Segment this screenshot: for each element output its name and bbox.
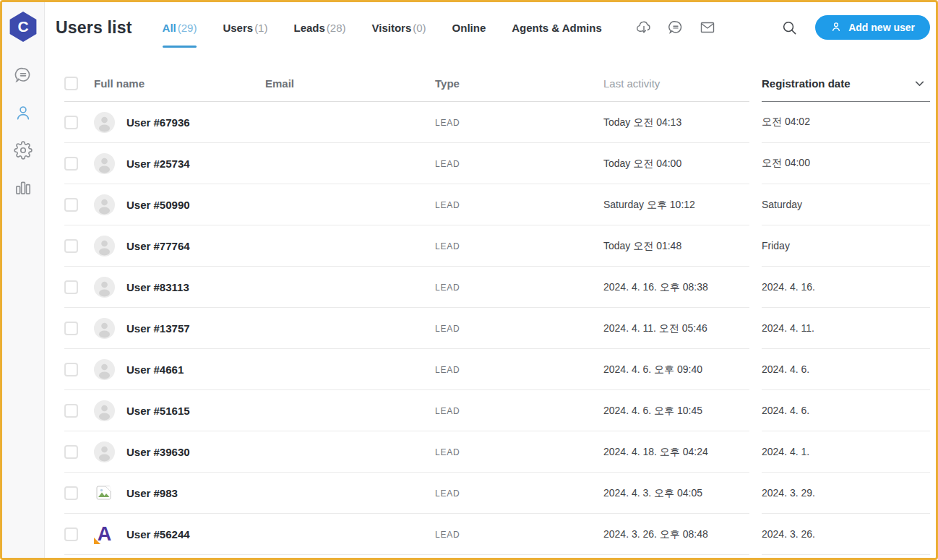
last-activity: Today 오전 01:48 <box>603 240 681 251</box>
tab-label: Visitors <box>372 22 412 34</box>
table-body: A User #67936 LEAD Today 오전 04:13 오전 04:… <box>64 102 930 555</box>
registration-date: 2024. 3. 26. <box>762 528 815 540</box>
row-checkbox[interactable] <box>64 116 78 129</box>
user-type: LEAD <box>435 159 460 169</box>
chat-bubble-icon <box>14 66 33 87</box>
last-activity: Saturday 오후 10:12 <box>603 199 695 210</box>
row-checkbox[interactable] <box>64 157 78 171</box>
letter-a-avatar: A <box>94 524 115 545</box>
sidebar-item-settings[interactable] <box>13 142 33 162</box>
last-activity: 2024. 3. 26. 오후 08:48 <box>603 528 708 540</box>
sidebar-nav <box>13 66 33 199</box>
avatar: A <box>94 524 115 545</box>
sidebar-item-users[interactable] <box>13 104 33 124</box>
table-row[interactable]: A User #51615 LEAD 2024. 4. 6. 오후 10:45 … <box>64 390 930 431</box>
select-all-checkbox[interactable] <box>64 77 78 90</box>
search-icon[interactable] <box>781 20 798 36</box>
table-row[interactable]: A User #983 LEAD 2024. 4. 3. 오후 04:05 20… <box>64 473 930 514</box>
user-type: LEAD <box>435 365 460 375</box>
user-name: User #77764 <box>126 240 190 252</box>
user-name: User #51615 <box>126 405 190 417</box>
tab[interactable]: All(29) <box>163 19 197 37</box>
chevron-down-icon[interactable] <box>913 77 926 90</box>
cloud-download-icon[interactable] <box>635 19 653 36</box>
column-header-email: Email <box>265 77 294 90</box>
tab-count: (1) <box>254 22 267 34</box>
tab-label: All <box>163 22 176 34</box>
avatar-placeholder-icon <box>94 441 115 462</box>
table-header: Full name Email Type Last activity Regis… <box>64 66 930 102</box>
tab-count: (0) <box>413 22 426 34</box>
add-user-person-icon <box>830 21 842 35</box>
app-logo[interactable]: C <box>9 12 38 42</box>
tab[interactable]: Users(1) <box>223 19 267 37</box>
column-header-registration-date[interactable]: Registration date <box>762 77 851 90</box>
avatar-placeholder-icon <box>94 277 115 298</box>
table-row[interactable]: A User #83113 LEAD 2024. 4. 16. 오후 08:38… <box>64 267 930 308</box>
registration-date: Saturday <box>762 199 802 210</box>
table-row[interactable]: A User #4661 LEAD 2024. 4. 6. 오후 09:40 2… <box>64 349 930 390</box>
user-name: User #13757 <box>126 322 190 335</box>
table-row[interactable]: A User #39630 LEAD 2024. 4. 18. 오후 04:24… <box>64 431 930 473</box>
broken-image-icon <box>94 483 115 504</box>
last-activity: 2024. 4. 11. 오전 05:46 <box>603 322 707 334</box>
registration-date: 2024. 4. 6. <box>762 363 809 375</box>
user-name: User #25734 <box>126 158 190 170</box>
avatar: A <box>94 194 115 215</box>
tab[interactable]: Agents & Admins <box>512 19 601 37</box>
avatar: A <box>94 153 115 174</box>
user-name: User #39630 <box>126 446 190 458</box>
tab-label: Leads <box>293 22 324 34</box>
tab[interactable]: Visitors(0) <box>372 19 426 37</box>
registration-date: 오전 04:00 <box>762 157 810 170</box>
user-name: User #4661 <box>126 363 184 376</box>
row-checkbox[interactable] <box>64 363 78 376</box>
user-type: LEAD <box>435 324 460 334</box>
last-activity: 2024. 4. 18. 오후 04:24 <box>603 446 708 457</box>
tab-label: Agents & Admins <box>512 22 601 34</box>
row-checkbox[interactable] <box>64 445 78 459</box>
avatar-placeholder-icon <box>94 194 115 215</box>
row-checkbox[interactable] <box>64 198 78 212</box>
add-new-user-button[interactable]: Add new user <box>815 15 930 40</box>
row-checkbox[interactable] <box>64 404 78 418</box>
user-type: LEAD <box>435 488 460 499</box>
avatar: A <box>94 441 115 462</box>
tab-count: (28) <box>327 22 346 34</box>
tab[interactable]: Online <box>452 19 486 37</box>
user-type: LEAD <box>435 241 460 251</box>
table-row[interactable]: A User #77764 LEAD Today 오전 01:48 Friday <box>64 225 930 267</box>
table-row[interactable]: A User #67936 LEAD Today 오전 04:13 오전 04:… <box>64 102 930 143</box>
avatar: A <box>94 318 115 339</box>
chat-bubble-icon[interactable] <box>667 19 684 36</box>
user-name: User #56244 <box>126 528 190 540</box>
user-icon <box>14 103 33 125</box>
page-title: Users list <box>56 18 132 38</box>
table-row[interactable]: A User #56244 LEAD 2024. 3. 26. 오후 08:48… <box>64 514 930 555</box>
row-checkbox[interactable] <box>64 239 78 253</box>
user-type: LEAD <box>435 283 460 293</box>
topbar: Users list All(29) Users(1) Leads(28) <box>45 2 936 53</box>
tab-bar: All(29) Users(1) Leads(28) Visitors(0) <box>163 19 602 37</box>
mail-icon[interactable] <box>699 19 716 36</box>
last-activity: 2024. 4. 6. 오후 10:45 <box>603 405 702 416</box>
tab-label: Online <box>452 22 486 34</box>
tab[interactable]: Leads(28) <box>293 19 345 37</box>
action-icons <box>635 19 716 36</box>
registration-date: 2024. 4. 11. <box>762 322 814 334</box>
avatar-placeholder-icon <box>94 236 115 257</box>
row-checkbox[interactable] <box>64 322 78 335</box>
tab-label: Users <box>223 22 253 34</box>
row-checkbox[interactable] <box>64 527 78 541</box>
sidebar-item-chats[interactable] <box>13 66 33 87</box>
last-activity: 2024. 4. 3. 오후 04:05 <box>603 487 702 499</box>
registration-date: 2024. 4. 16. <box>762 281 815 293</box>
row-checkbox[interactable] <box>64 486 78 500</box>
row-checkbox[interactable] <box>64 280 78 294</box>
avatar: A <box>94 236 115 257</box>
table-row[interactable]: A User #50990 LEAD Saturday 오후 10:12 Sat… <box>64 184 930 225</box>
table-row[interactable]: A User #25734 LEAD Today 오전 04:00 오전 04:… <box>64 143 930 184</box>
avatar: A <box>94 483 115 504</box>
sidebar-item-reports[interactable] <box>13 179 33 199</box>
table-row[interactable]: A User #13757 LEAD 2024. 4. 11. 오전 05:46… <box>64 308 930 349</box>
